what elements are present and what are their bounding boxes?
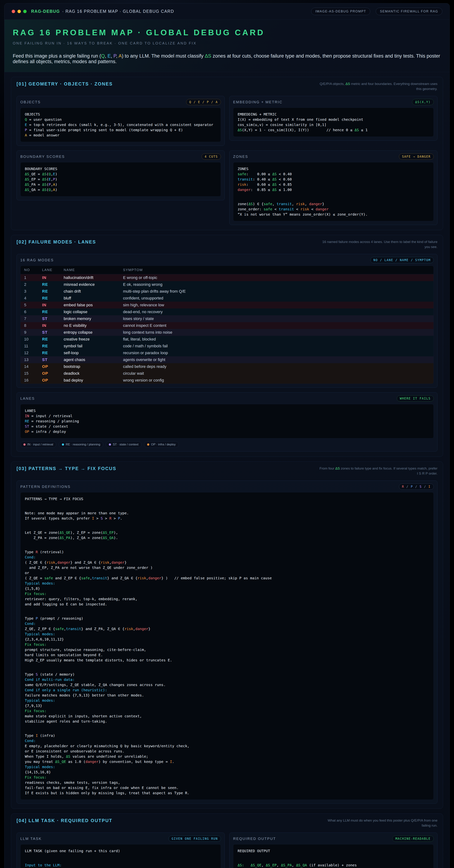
cell-name: symbol fail xyxy=(64,344,123,348)
code-line: Fix focus: xyxy=(25,642,429,647)
required-output-panel: REQUIRED OUTPUT MACHINE-READABLE REQUIRE… xyxy=(229,833,437,868)
cell-lane: IN xyxy=(42,275,64,280)
cell-no: 13 xyxy=(24,358,42,362)
code-line: fail-fast on bad or missing E, fix infra… xyxy=(25,785,429,790)
cell-sym: agents overwrite or fight xyxy=(123,358,430,362)
table-row-mode-16: 16OPbad deploywrong version or config xyxy=(21,377,433,384)
cell-sym: recursion or paradox loop xyxy=(123,350,430,355)
legend-chip: IN · input / retrieval xyxy=(20,441,56,448)
section-patterns: [03] PATTERNS → TYPE → FIX FOCUS From fo… xyxy=(11,461,443,809)
code-line: failure matches modes {7,9,13} better th… xyxy=(25,693,429,698)
section-header: [04] LLM TASK · REQUIRED OUTPUT What any… xyxy=(17,818,437,828)
cell-no: 15 xyxy=(24,371,42,376)
legend-label: ST · state / context xyxy=(113,443,138,446)
cell-lane: ST xyxy=(42,316,64,321)
code-line: REQUIRED OUTPUT xyxy=(238,848,429,854)
table-row-mode-3: 3REchain driftmulti-step plan drifts awa… xyxy=(21,288,433,295)
boundary-scores-panel: BOUNDARY SCORES 4 CUTS BOUNDARY SCORESΔS… xyxy=(17,151,225,200)
panel-label: PATTERN DEFINITIONS xyxy=(20,485,71,489)
cell-sym: E wrong or off-topic xyxy=(123,275,430,280)
code-line: {1,5,8} xyxy=(25,586,429,591)
llm-task-panel: LLM TASK GIVEN ONE FAILING RUN LLM TASK … xyxy=(17,833,225,868)
cell-lane: RE xyxy=(42,282,64,287)
cell-lane: IN xyxy=(42,323,64,328)
code-line: Type I (infra) xyxy=(25,733,429,738)
lanes-badge: WHERE IT FAILS xyxy=(397,395,434,402)
legend-chip: RE · reasoning / planning xyxy=(59,441,103,448)
cell-lane: IN xyxy=(42,303,64,307)
zones-badge: SAFE → DANGER xyxy=(399,154,434,160)
code-line: Typical modes: xyxy=(25,581,429,586)
code-line: stabilize agent roles and turn-taking. xyxy=(25,719,429,724)
embedding-code: EMBEDDING + METRICI(X) = embedding of te… xyxy=(233,107,434,137)
window-maximize-icon[interactable] xyxy=(23,10,27,13)
code-line: danger: 0.85 ≤ ΔS ≤ 1.00 xyxy=(238,187,429,192)
panel-label: LANES xyxy=(20,397,35,401)
code-line: safe: 0.00 ≤ ΔS < 0.40 xyxy=(238,172,429,177)
cell-lane: RE xyxy=(42,296,64,301)
window-close-icon[interactable] xyxy=(12,10,15,13)
modes-table: NO LANE NAME SYMPTOM 1INhallucination/dr… xyxy=(20,266,434,384)
table-row-mode-11: 11REsymbol failcode / math / symbols fai… xyxy=(21,343,433,349)
cell-lane: OP xyxy=(42,371,64,376)
cell-name: creative freeze xyxy=(64,337,123,342)
legend-dot-icon xyxy=(147,443,149,445)
code-line: cos_sim(u,v) = cosine similarity in [0,1… xyxy=(238,122,429,127)
code-line: Z_PA = zone(ΔS_PA), Z_QA = zone(ΔS_QA). xyxy=(25,535,429,540)
cell-no: 4 xyxy=(24,296,42,301)
code-line: retriever: query, filters, top-k, embedd… xyxy=(25,596,429,602)
code-line: Note: one mode may appear in more than o… xyxy=(25,510,429,516)
llm-task-badge: GIVEN ONE FAILING RUN xyxy=(168,836,221,842)
code-line: transit: 0.40 ≤ ΔS < 0.60 xyxy=(238,177,429,182)
panel-label: OBJECTS xyxy=(20,100,41,104)
code-line: or xyxy=(25,570,429,576)
cell-no: 14 xyxy=(24,364,42,369)
cell-name: logic collapse xyxy=(64,310,123,314)
cell-name: embed false pos xyxy=(64,303,123,307)
image-as-debug-prompt-pill[interactable]: IMAGE-AS-DEBUG PROMPT xyxy=(311,8,370,15)
code-line: A = model answer xyxy=(25,133,216,138)
cell-name: entropy collapse xyxy=(64,330,123,335)
code-line: OBJECTS xyxy=(25,112,216,117)
legend-label: OP · infra / deploy xyxy=(151,443,176,446)
code-line xyxy=(25,502,429,510)
table-row-mode-1: 1INhallucination/driftE wrong or off-top… xyxy=(21,274,433,281)
boundary-code: BOUNDARY SCORESΔS_QE = ΔS(Q,E)ΔS_EP = ΔS… xyxy=(20,162,221,196)
code-line: or E inconsistent or unobservable across… xyxy=(25,749,429,754)
code-line: same Q/E/P/settings, Z_QE stable, Z_QA c… xyxy=(25,682,429,687)
section-header: [02] FAILURE MODES · LANES 16 named fail… xyxy=(17,239,437,249)
required-output-badge: MACHINE-READABLE xyxy=(392,836,434,842)
code-line: Cond: xyxy=(25,738,429,743)
column-symptom: SYMPTOM xyxy=(123,268,430,272)
cell-sym: called before deps ready xyxy=(123,364,430,369)
code-line: “X is not worse than Y” means zone_order… xyxy=(238,212,429,217)
code-line: readiness checks, smoke tests, version t… xyxy=(25,780,429,785)
cell-no: 12 xyxy=(24,350,42,355)
cell-name: bluff xyxy=(64,296,123,301)
code-line: Typical modes: xyxy=(25,764,429,770)
cell-name: deadlock xyxy=(64,371,123,376)
code-line: High Z_EP usually means the template dis… xyxy=(25,658,429,663)
semantic-firewall-pill[interactable]: SEMANTIC FIREWALL FOR RAG xyxy=(376,8,442,15)
code-line: Z_QE, Z_EP ∈ {safe,transit} and Z_PA, Z_… xyxy=(25,626,429,631)
boundary-badge: 4 CUTS xyxy=(202,154,221,160)
cell-sym: loses story / state xyxy=(123,316,430,321)
pattern-definitions-panel: PATTERN DEFINITIONS R / P / S / I PATTER… xyxy=(17,480,437,804)
legend-chip: ST · state / context xyxy=(106,441,141,448)
code-line: RE = reasoning / planning xyxy=(25,418,429,424)
code-line: Fix focus: xyxy=(25,591,429,596)
panel-label: LLM TASK xyxy=(20,837,42,841)
rag-modes-panel: 16 RAG MODES NO / LANE / NAME / SYMPTOM … xyxy=(17,254,437,388)
zones-panel: ZONES SAFE → DANGER ZONESsafe: 0.00 ≤ ΔS… xyxy=(229,151,437,225)
cell-no: 7 xyxy=(24,316,42,321)
code-line: Q = user question xyxy=(25,117,216,122)
code-line: ΔS: ΔS_QE, ΔS_EP, ΔS_PA, ΔS_QA (if avail… xyxy=(238,863,429,868)
code-line: Cond: xyxy=(25,555,429,560)
code-line: zone(ΔS) ∈ {safe, transit, risk, danger} xyxy=(238,202,429,207)
cell-name: misread evidence xyxy=(64,282,123,287)
window-minimize-icon[interactable] xyxy=(18,10,21,13)
code-line: {14,15,16,8} xyxy=(25,770,429,775)
section-geometry: [01] GEOMETRY · OBJECTS · ZONES Q/E/P/A … xyxy=(11,77,443,230)
table-row-mode-5: 5INembed false possim high, relevance lo… xyxy=(21,302,433,308)
code-line xyxy=(25,854,216,863)
